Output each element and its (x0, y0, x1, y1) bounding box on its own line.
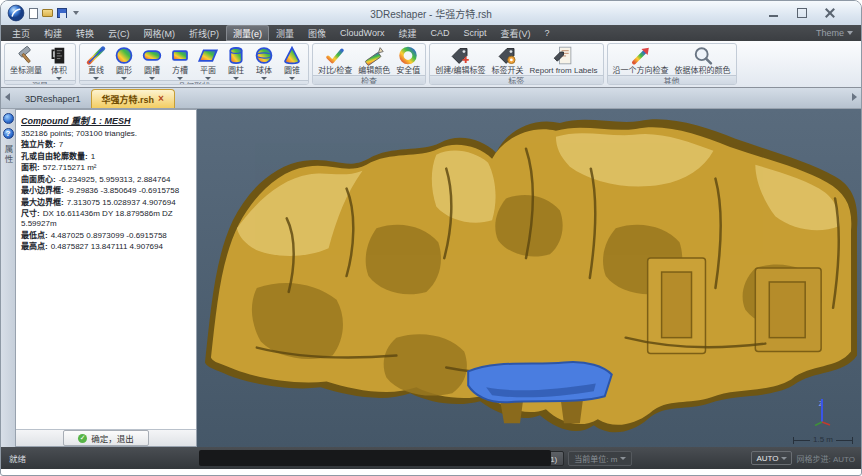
ribbon-button-circle[interactable]: 圆形 (110, 44, 138, 80)
left-icon-strip: 属性 (1, 109, 15, 447)
close-button[interactable] (823, 7, 837, 19)
web-update-icon[interactable] (3, 113, 14, 124)
ribbon-group-other: 沿一个方向检查 依据体积的颜色 其他 (607, 43, 737, 85)
ribbon-button-icon (281, 45, 303, 66)
ribbon-group-labels: 创建/编辑标签 标签开关 Report from Labels 标签 (429, 43, 603, 85)
main-area: 属性 Compound 重制 1 : MESH 352186 points; 7… (1, 109, 861, 447)
menu-tab-cloudworx[interactable]: CloudWorx (333, 25, 391, 41)
ribbon-button-safety-value[interactable]: 安全值 (393, 44, 423, 75)
ribbon-button-icon (197, 45, 219, 66)
ribbon-button-compare-inspect[interactable]: 对比/检查 (315, 44, 355, 75)
ribbon-button-coord-measure[interactable]: 坐标测量 (7, 44, 45, 80)
close-tab-icon[interactable]: × (158, 94, 164, 104)
ribbon-button-edit-colors[interactable]: 编辑颜色 (355, 44, 393, 75)
doc-tab-3dreshaper1[interactable]: 3DReshaper1 (15, 89, 91, 108)
ribbon-button-icon (85, 45, 107, 66)
ribbon-button-line[interactable]: 直线 (82, 44, 110, 80)
ribbon-button-icon (48, 45, 70, 66)
menu-tab-images[interactable]: 图像 (301, 25, 333, 41)
ribbon-button-icon (552, 45, 574, 66)
property-line: 最低点:4.487025 0.8973099 -0.6915758 (21, 231, 191, 241)
ribbon-button-icon (113, 45, 135, 66)
ribbon-button-icon (496, 45, 518, 66)
viewport-3d[interactable]: Z 1.5 m (197, 109, 861, 447)
ribbon-button-icon (15, 45, 37, 66)
scale-bar: 1.5 m (793, 436, 853, 444)
confirm-exit-button[interactable]: 确定，退出 (63, 430, 149, 446)
tab-scroll-right-icon[interactable] (852, 93, 857, 101)
ribbon: 坐标测量 体积 测量 直线 (1, 41, 861, 88)
menu-tab-view[interactable]: 查看(V) (493, 25, 537, 41)
menu-tab-home[interactable]: 主页 (5, 25, 37, 41)
open-file-icon[interactable] (42, 9, 53, 17)
menu-tab-construct[interactable]: 构建 (37, 25, 69, 41)
ribbon-button-icon (141, 45, 163, 66)
status-message-area (199, 450, 551, 466)
ribbon-button-plane[interactable]: 平面 (194, 44, 222, 80)
menu-bar: 主页构建转换云(C)网格(M)折线(P)测量(e)测量图像CloudWorx续建… (1, 25, 861, 41)
ribbon-button-inspect-direction[interactable]: 沿一个方向检查 (610, 44, 672, 75)
ribbon-button-volume[interactable]: 体积 (45, 44, 73, 80)
help-icon[interactable] (3, 128, 14, 139)
scale-label: 1.5 m (810, 436, 836, 444)
ribbon-button-label-toggle[interactable]: 标签开关 (488, 44, 526, 75)
mesh-model[interactable] (197, 109, 861, 447)
ribbon-button-icon (363, 45, 385, 66)
new-file-icon[interactable] (29, 8, 38, 19)
properties-panel: Compound 重制 1 : MESH 352186 points; 7031… (15, 109, 197, 447)
menu-tab-mesh[interactable]: 网格(M) (137, 25, 183, 41)
chevron-down-icon (781, 457, 787, 460)
ribbon-button-icon (225, 45, 247, 66)
auto-dropdown[interactable]: AUTO (751, 451, 792, 465)
ribbon-button-sphere[interactable]: 球体 (250, 44, 278, 80)
ribbon-button-icon (253, 45, 275, 66)
properties-strip-label[interactable]: 属性 (2, 145, 14, 164)
property-line: 面积:572.715271 m² (21, 163, 191, 173)
ribbon-button-report-from-labels[interactable]: Report from Labels (526, 44, 600, 75)
menu-tab-script[interactable]: Script (456, 25, 493, 41)
app-logo-icon[interactable] (7, 4, 25, 22)
app-window: 3DReshaper - 华强方特.rsh 主页构建转换云(C)网格(M)折线(… (0, 0, 862, 476)
menu-tab-cad[interactable]: CAD (423, 25, 456, 41)
menu-tab-survey[interactable]: 测量 (269, 25, 301, 41)
ribbon-button-volume-colors[interactable]: 依据体积的颜色 (672, 44, 734, 75)
ribbon-button-icon (692, 45, 714, 66)
ribbon-button-icon (449, 45, 471, 66)
ribbon-group-shapes: 直线 圆形 圆槽 方槽 (79, 43, 309, 85)
property-line: 最高点:0.4875827 13.847111 4.907694 (21, 242, 191, 252)
ribbon-group-label: 标签 (430, 75, 602, 85)
minimize-button[interactable] (767, 7, 781, 19)
ribbon-group-label: 几何形状 (80, 80, 308, 85)
ribbon-button-cone[interactable]: 圆锥 (278, 44, 306, 80)
menu-tab-help[interactable]: ? (537, 25, 556, 41)
save-file-icon[interactable] (57, 8, 67, 18)
menu-tab-cloud[interactable]: 云(C) (101, 25, 137, 41)
status-ready: 就绪 (7, 452, 26, 464)
ribbon-button-round-slot[interactable]: 圆槽 (138, 44, 166, 80)
ribbon-button-square-slot[interactable]: 方槽 (166, 44, 194, 80)
property-line: 最小边界框:-9.29836 -3.850649 -0.6915758 (21, 186, 191, 196)
qat-dropdown-icon[interactable] (73, 11, 79, 15)
chevron-down-icon (620, 457, 626, 460)
property-line: 最大边界框:7.313075 15.028937 4.907694 (21, 198, 191, 208)
menu-tab-plugins[interactable]: 续建 (391, 25, 423, 41)
unit-dropdown[interactable]: 当前单位: m (568, 451, 632, 466)
quick-access-toolbar (29, 8, 79, 19)
menu-tab-polyline[interactable]: 折线(P) (182, 25, 226, 41)
ok-check-icon (78, 434, 87, 443)
ribbon-button-create-edit-label[interactable]: 创建/编辑标签 (432, 44, 488, 75)
ribbon-group-inspect: 对比/检查 编辑颜色 安全值 检查 (312, 43, 426, 85)
ribbon-button-icon (324, 45, 346, 66)
maximize-button[interactable] (795, 7, 809, 19)
chevron-down-icon (847, 31, 853, 35)
document-tab-bar: 3DReshaper1 华强方特.rsh × (1, 88, 861, 109)
ribbon-group-measure: 坐标测量 体积 测量 (4, 43, 76, 85)
theme-menu[interactable]: Theme (812, 25, 857, 41)
doc-tab-huaqiangfangte[interactable]: 华强方特.rsh × (91, 89, 175, 108)
ribbon-button-icon (397, 45, 419, 66)
title-bar: 3DReshaper - 华强方特.rsh (1, 1, 861, 25)
ribbon-button-cylinder[interactable]: 圆柱 (222, 44, 250, 80)
menu-tab-measure[interactable]: 测量(e) (226, 25, 269, 41)
menu-tab-transform[interactable]: 转换 (69, 25, 101, 41)
tab-scroll-left-icon[interactable] (5, 93, 10, 101)
